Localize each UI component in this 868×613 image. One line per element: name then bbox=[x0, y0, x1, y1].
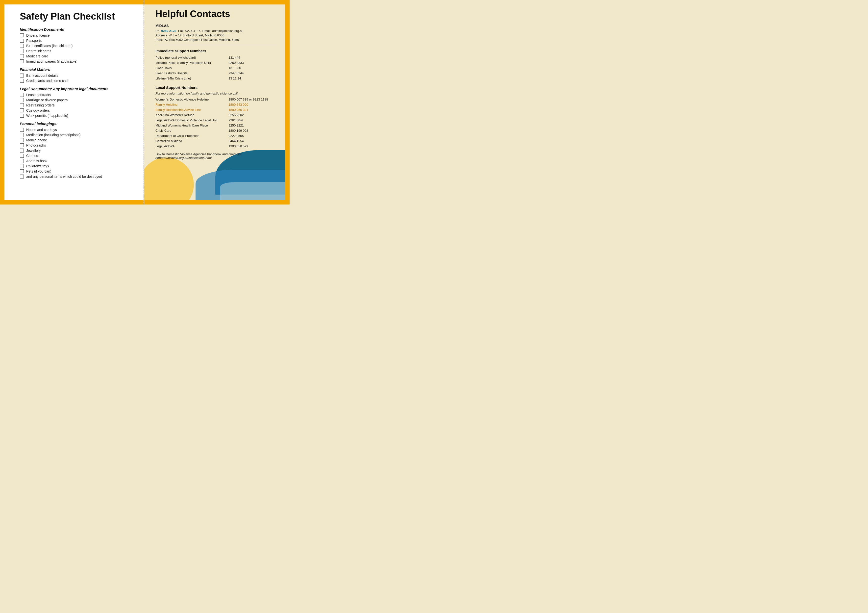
checkbox[interactable] bbox=[20, 93, 24, 97]
checklist-item: and any personal items which could be de… bbox=[20, 175, 131, 178]
link-section: Link to Domestic Violence Agencies handb… bbox=[155, 152, 277, 160]
contact-row: Midland Women's Health Care Place9250 22… bbox=[155, 123, 277, 128]
right-panel: Helpful Contacts MIDLAS Ph: 9250 2123 Fa… bbox=[144, 0, 290, 205]
contact-row: Women's Domestic Violence Helpline1800 0… bbox=[155, 97, 277, 102]
checkbox[interactable] bbox=[20, 33, 24, 37]
checklist-label: Lease contracts bbox=[26, 93, 51, 97]
left-border-left bbox=[0, 0, 5, 205]
checklist-item: Passports bbox=[20, 39, 131, 43]
checklist-label: Marriage or divorce papers bbox=[26, 98, 68, 102]
checklist-label: Pets (if you can) bbox=[26, 169, 51, 173]
contact-number: 9250 2221 bbox=[228, 123, 277, 128]
checklist-label: Photographs bbox=[26, 143, 46, 147]
deco-sun bbox=[144, 157, 194, 205]
checkbox[interactable] bbox=[20, 164, 24, 168]
immediate-support-header: Immediate Support Numbers bbox=[155, 49, 277, 53]
checkbox[interactable] bbox=[20, 39, 24, 43]
contact-number: 13 13 30 bbox=[228, 65, 277, 71]
checklist-item: Children's toys bbox=[20, 164, 131, 168]
contact-name: Midland Women's Health Care Place bbox=[155, 123, 228, 128]
checklist-label: Clothes bbox=[26, 154, 38, 158]
contact-number: 9250 0333 bbox=[228, 60, 277, 65]
checklist-label: Mobile phone bbox=[26, 138, 47, 142]
right-title: Helpful Contacts bbox=[155, 9, 277, 19]
midlas-section: MIDLAS Ph: 9250 2123 Fax: 9274 4115 Emai… bbox=[155, 24, 277, 42]
org-post: Post: PO Box 5002 Centrepoint Post Offic… bbox=[155, 38, 277, 42]
checklist-item: Medicare card bbox=[20, 54, 131, 58]
contact-name: Legal Aid WA Domestic Violence Legal Uni… bbox=[155, 118, 228, 123]
checkbox[interactable] bbox=[20, 149, 24, 152]
contact-row: Midland Police (Family Protection Unit)9… bbox=[155, 60, 277, 65]
checklist-item: Clothes bbox=[20, 154, 131, 158]
contact-row: Department of Child Protection9222 2555 bbox=[155, 133, 277, 138]
contact-name: Department of Child Protection bbox=[155, 133, 228, 138]
immediate-contacts: Police (general switchboard)131 444Midla… bbox=[155, 55, 277, 81]
checklist-item: Mobile phone bbox=[20, 138, 131, 142]
contact-row: Family Relationship Advice Line1800 050 … bbox=[155, 107, 277, 112]
org-fax: Fax: 9274 4115 bbox=[178, 29, 200, 33]
checklist-item: Work permits (if applicable) bbox=[20, 114, 131, 118]
contact-name: Swan Taxis bbox=[155, 65, 228, 71]
checklist-label: Credit cards and some cash bbox=[26, 79, 69, 83]
checkbox[interactable] bbox=[20, 54, 24, 58]
org-address: Address: 4/ 8 – 12 Stafford Street, Midl… bbox=[155, 33, 277, 37]
checklist-label: and any personal items which could be de… bbox=[26, 175, 102, 178]
checkbox[interactable] bbox=[20, 49, 24, 53]
checkbox[interactable] bbox=[20, 169, 24, 173]
checkbox[interactable] bbox=[20, 138, 24, 142]
checkbox[interactable] bbox=[20, 44, 24, 48]
checklist-item: House and car keys bbox=[20, 128, 131, 132]
checkbox[interactable] bbox=[20, 114, 24, 118]
contact-name: Centrelink Midland bbox=[155, 138, 228, 144]
contact-row: Legal Aid WA Domestic Violence Legal Uni… bbox=[155, 118, 277, 123]
checklist-item: Centrelink cards bbox=[20, 49, 131, 53]
checkbox[interactable] bbox=[20, 59, 24, 64]
checklist-item: Birth certificates (inc. children) bbox=[20, 44, 131, 48]
checklist-label: Restraining orders bbox=[26, 103, 54, 107]
checklist-item: Custody orders bbox=[20, 109, 131, 112]
panel-divider bbox=[144, 0, 144, 205]
left-title: Safety Plan Checklist bbox=[20, 11, 131, 22]
checklist-label: Bank account details bbox=[26, 73, 58, 78]
contact-number: 9464 1554 bbox=[228, 138, 277, 144]
contact-name: Midland Police (Family Protection Unit) bbox=[155, 60, 228, 65]
checkbox[interactable] bbox=[20, 79, 24, 83]
checklist-item: Address book bbox=[20, 159, 131, 163]
contact-number: 1800 007 339 or 9223 1188 bbox=[228, 97, 277, 102]
left-border-top bbox=[0, 0, 144, 5]
checklist-label: Jewellery bbox=[26, 149, 40, 152]
section-title-1: Financial Matters bbox=[20, 67, 131, 71]
section-title-0: Identification Documents bbox=[20, 27, 131, 31]
link-url: http://www.dvan.org.au/hbsection5.html bbox=[155, 156, 212, 160]
checklist-label: House and car keys bbox=[26, 128, 57, 132]
checkbox[interactable] bbox=[20, 154, 24, 158]
right-border-top bbox=[144, 0, 290, 5]
checklist-item: Immigration papers (if applicable) bbox=[20, 59, 131, 64]
checkbox[interactable] bbox=[20, 143, 24, 147]
checkbox[interactable] bbox=[20, 159, 24, 163]
checklist-label: Centrelink cards bbox=[26, 49, 51, 53]
checklist-label: Birth certificates (inc. children) bbox=[26, 44, 73, 48]
org-name: MIDLAS bbox=[155, 24, 277, 28]
checklist-label: Immigration papers (if applicable) bbox=[26, 59, 78, 64]
checklist-item: Pets (if you can) bbox=[20, 169, 131, 173]
checklist-label: Address book bbox=[26, 159, 48, 163]
checklist-section-0: Identification DocumentsDriver's licence… bbox=[20, 27, 131, 64]
checklist-label: Driver's licence bbox=[26, 33, 50, 37]
checkbox[interactable] bbox=[20, 128, 24, 132]
section-title-3: Personal belongings: bbox=[20, 121, 131, 126]
checkbox[interactable] bbox=[20, 73, 24, 78]
checklist-section-3: Personal belongings:House and car keysMe… bbox=[20, 121, 131, 178]
checklist-item: Bank account details bbox=[20, 73, 131, 78]
immediate-contacts-table: Police (general switchboard)131 444Midla… bbox=[155, 55, 277, 81]
checklist-item: Lease contracts bbox=[20, 93, 131, 97]
contact-number: 9347 5244 bbox=[228, 71, 277, 76]
checkbox[interactable] bbox=[20, 109, 24, 112]
contact-name: Koolkuna Women's Refuge bbox=[155, 112, 228, 118]
checkbox[interactable] bbox=[20, 175, 24, 178]
checkbox[interactable] bbox=[20, 133, 24, 137]
checklist-item: Marriage or divorce papers bbox=[20, 98, 131, 102]
local-support-header: Local Support Numbers bbox=[155, 85, 277, 90]
checkbox[interactable] bbox=[20, 98, 24, 102]
checkbox[interactable] bbox=[20, 103, 24, 107]
